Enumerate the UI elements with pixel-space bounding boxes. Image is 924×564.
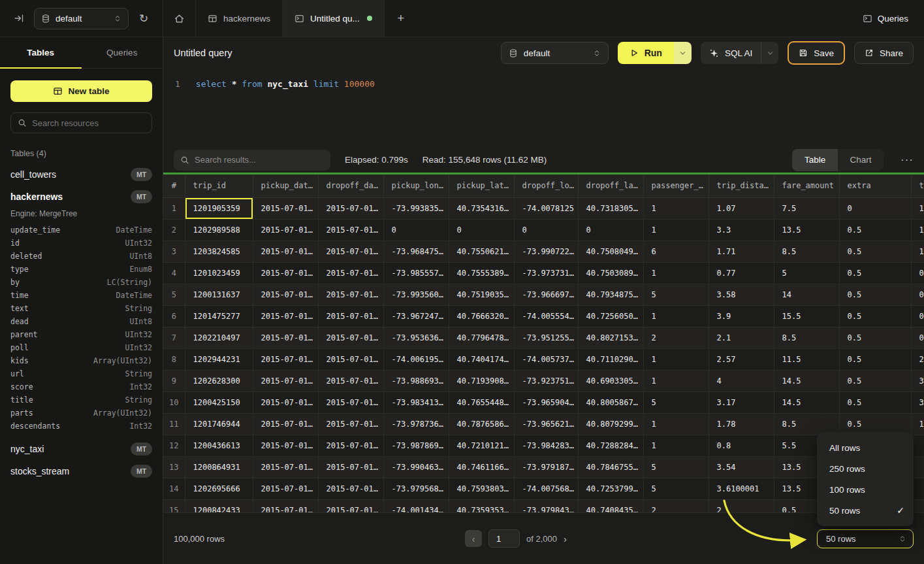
data-cell[interactable]: 1 bbox=[643, 413, 709, 435]
data-cell[interactable]: 1 bbox=[643, 305, 709, 327]
data-cell[interactable]: 2.57 bbox=[709, 348, 774, 370]
data-cell[interactable]: 40.7193908… bbox=[449, 370, 514, 391]
data-cell[interactable]: 5 bbox=[774, 262, 839, 284]
schema-column[interactable]: scoreInt32 bbox=[10, 380, 152, 393]
new-table-button[interactable]: New table bbox=[10, 80, 152, 102]
row-index-cell[interactable]: 13 bbox=[163, 456, 185, 478]
data-cell[interactable]: 40.7318305… bbox=[578, 197, 643, 219]
data-cell[interactable]: 0.5 bbox=[839, 305, 911, 327]
data-cell[interactable]: 3.6100001 bbox=[709, 478, 774, 499]
data-cell[interactable]: 2015-07-01… bbox=[253, 391, 318, 413]
data-cell[interactable]: 40.8005867… bbox=[578, 391, 643, 413]
data-cell[interactable]: 40.7550621… bbox=[449, 241, 514, 262]
data-cell[interactable]: 1201905359 bbox=[185, 197, 253, 219]
schema-column[interactable]: descendantsInt32 bbox=[10, 420, 152, 433]
data-cell[interactable]: 40.7503089… bbox=[578, 262, 643, 284]
data-cell[interactable]: 0.77 bbox=[709, 262, 774, 284]
results-more-button[interactable]: ··· bbox=[900, 154, 914, 167]
data-cell[interactable]: -73.953636… bbox=[383, 327, 449, 348]
data-cell[interactable]: 11.5 bbox=[774, 348, 839, 370]
data-cell[interactable]: 13.5 bbox=[774, 219, 839, 241]
refresh-button[interactable]: ↻ bbox=[135, 10, 152, 27]
row-index-cell[interactable]: 6 bbox=[163, 305, 185, 327]
data-cell[interactable]: 3.54 bbox=[709, 456, 774, 478]
column-header[interactable]: # bbox=[163, 174, 185, 197]
data-cell[interactable]: -73.993560… bbox=[383, 284, 449, 305]
data-cell[interactable]: 14.5 bbox=[774, 391, 839, 413]
schema-column[interactable]: deletedUInt8 bbox=[10, 250, 152, 263]
data-cell[interactable]: 2015-07-01… bbox=[318, 197, 383, 219]
tab-untitled-query[interactable]: Untitled qu... bbox=[283, 0, 385, 37]
data-cell[interactable]: 2015-07-01… bbox=[253, 241, 318, 262]
schema-column[interactable]: deadUInt8 bbox=[10, 315, 152, 328]
data-cell[interactable]: -73.990722… bbox=[514, 241, 578, 262]
data-cell[interactable]: 0 bbox=[911, 262, 924, 284]
data-cell[interactable]: -73.973731… bbox=[514, 262, 578, 284]
data-cell[interactable]: 40.7846755… bbox=[578, 456, 643, 478]
data-cell[interactable]: 8.5 bbox=[774, 327, 839, 348]
data-cell[interactable]: 2 bbox=[709, 499, 774, 512]
data-cell[interactable]: 2015-07-01… bbox=[318, 241, 383, 262]
data-cell[interactable]: 40.7796478… bbox=[449, 327, 514, 348]
data-cell[interactable]: 40.7359353… bbox=[449, 499, 514, 512]
data-cell[interactable]: 2015-07-01… bbox=[253, 348, 318, 370]
data-cell[interactable]: 3 bbox=[911, 370, 924, 391]
data-cell[interactable]: 40.6903305… bbox=[578, 370, 643, 391]
data-cell[interactable]: -73.965904… bbox=[514, 391, 578, 413]
schema-column[interactable]: textString bbox=[10, 302, 152, 315]
data-cell[interactable]: -74.001434… bbox=[383, 499, 449, 512]
data-cell[interactable]: 2015-07-01… bbox=[318, 435, 383, 456]
share-button[interactable]: Share bbox=[854, 42, 914, 64]
data-cell[interactable]: 40.7876586… bbox=[449, 413, 514, 435]
data-cell[interactable]: 40.7519035… bbox=[449, 284, 514, 305]
data-cell[interactable]: 2015-07-01… bbox=[253, 413, 318, 435]
data-cell[interactable]: 2015-07-01… bbox=[318, 219, 383, 241]
data-cell[interactable]: 1201023459 bbox=[185, 262, 253, 284]
schema-column[interactable]: pollUInt32 bbox=[10, 341, 152, 354]
column-header[interactable]: passenger_… bbox=[643, 174, 709, 197]
schema-column[interactable]: urlString bbox=[10, 367, 152, 380]
row-index-cell[interactable]: 4 bbox=[163, 262, 185, 284]
row-index-cell[interactable]: 11 bbox=[163, 413, 185, 435]
sidebar-tab-tables[interactable]: Tables bbox=[0, 37, 82, 68]
row-index-cell[interactable]: 3 bbox=[163, 241, 185, 262]
data-cell[interactable]: 1202210497 bbox=[185, 327, 253, 348]
data-cell[interactable]: 3.17 bbox=[709, 391, 774, 413]
schema-column[interactable]: titleString bbox=[10, 393, 152, 406]
data-cell[interactable]: -73.979843… bbox=[514, 499, 578, 512]
row-index-cell[interactable]: 2 bbox=[163, 219, 185, 241]
data-cell[interactable]: 8.5 bbox=[774, 241, 839, 262]
queries-button[interactable]: Queries bbox=[863, 0, 908, 37]
data-cell[interactable]: 2015-07-01… bbox=[253, 478, 318, 499]
data-cell[interactable]: 5 bbox=[643, 478, 709, 499]
data-cell[interactable]: 40.7404174… bbox=[449, 348, 514, 370]
data-cell[interactable]: 0 bbox=[911, 305, 924, 327]
column-header[interactable]: pickup_lat… bbox=[449, 174, 514, 197]
row-index-cell[interactable]: 9 bbox=[163, 370, 185, 391]
data-cell[interactable]: 1202989588 bbox=[185, 219, 253, 241]
data-cell[interactable]: -73.923751… bbox=[514, 370, 578, 391]
column-header[interactable]: dropoff_da… bbox=[318, 174, 383, 197]
data-cell[interactable]: 40.8027153… bbox=[578, 327, 643, 348]
data-cell[interactable]: 0.5 bbox=[839, 391, 911, 413]
tab-hackernews[interactable]: hackernews bbox=[196, 0, 283, 37]
data-cell[interactable]: 1200864931 bbox=[185, 456, 253, 478]
collapse-sidebar-button[interactable] bbox=[10, 10, 27, 27]
row-index-cell[interactable]: 12 bbox=[163, 435, 185, 456]
data-cell[interactable]: 2 bbox=[643, 327, 709, 348]
data-cell[interactable]: 0.5 bbox=[839, 262, 911, 284]
data-cell[interactable]: 1 bbox=[643, 219, 709, 241]
data-cell[interactable]: -73.983413… bbox=[383, 391, 449, 413]
column-header[interactable]: dropoff_la… bbox=[578, 174, 643, 197]
data-cell[interactable]: 2015-07-01… bbox=[253, 262, 318, 284]
schema-column[interactable]: timeDateTime bbox=[10, 289, 152, 302]
data-cell[interactable]: 1202944231 bbox=[185, 348, 253, 370]
sidebar-database-selector[interactable]: default bbox=[34, 8, 129, 29]
row-index-cell[interactable]: 5 bbox=[163, 284, 185, 305]
data-cell[interactable]: 2 bbox=[911, 348, 924, 370]
data-cell[interactable]: -73.979568… bbox=[383, 478, 449, 499]
data-cell[interactable]: 1203824585 bbox=[185, 241, 253, 262]
data-cell[interactable]: -73.985557… bbox=[383, 262, 449, 284]
schema-column[interactable]: idUInt32 bbox=[10, 237, 152, 250]
data-cell[interactable]: 0 bbox=[911, 327, 924, 348]
